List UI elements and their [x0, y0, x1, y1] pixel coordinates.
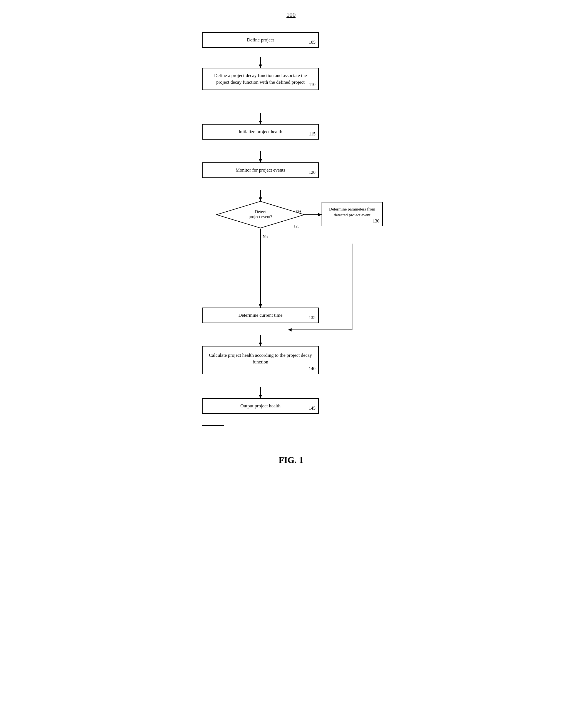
box-135-step: 135: [309, 314, 315, 321]
box-135-label: Determine current time: [238, 313, 283, 318]
fig-caption: FIG. 1: [180, 455, 402, 465]
box-110: Define a project decay function and asso…: [202, 68, 319, 90]
box-120-label: Monitor for project events: [236, 167, 286, 173]
box-140: Calculate project health according to th…: [202, 346, 319, 374]
box-105-label: Define project: [247, 37, 274, 43]
box-140-step: 140: [309, 366, 315, 372]
svg-text:125: 125: [294, 224, 300, 228]
box-120-step: 120: [309, 170, 315, 176]
box-145-label: Output project health: [240, 403, 281, 409]
box-115: Initialize project health 115: [202, 124, 319, 139]
svg-text:Detect: Detect: [255, 209, 266, 214]
diamond-125: Detect project event? 125: [216, 201, 305, 229]
box-140-label: Calculate project health according to th…: [209, 353, 312, 365]
page: 100 Yes: [180, 5, 402, 482]
box-145-step: 145: [309, 405, 315, 411]
box-105: Define project 105: [202, 32, 319, 48]
flowchart-wrapper: Yes No Define project: [185, 27, 397, 444]
box-120: Monitor for project events 120: [202, 162, 319, 178]
box-135: Determine current time 135: [202, 308, 319, 323]
box-110-step: 110: [309, 81, 315, 87]
box-110-label: Define a project decay function and asso…: [214, 73, 307, 85]
box-115-step: 115: [309, 131, 315, 137]
diagram-title: 100: [180, 11, 402, 18]
svg-text:project event?: project event?: [249, 214, 272, 219]
box-115-label: Initialize project health: [238, 129, 282, 134]
box-130: Determine parameters from detected proje…: [322, 202, 383, 226]
box-105-step: 105: [309, 39, 315, 45]
box-145: Output project health 145: [202, 398, 319, 414]
box-130-label: Determine parameters from detected proje…: [329, 207, 375, 217]
box-130-step: 130: [373, 218, 379, 224]
